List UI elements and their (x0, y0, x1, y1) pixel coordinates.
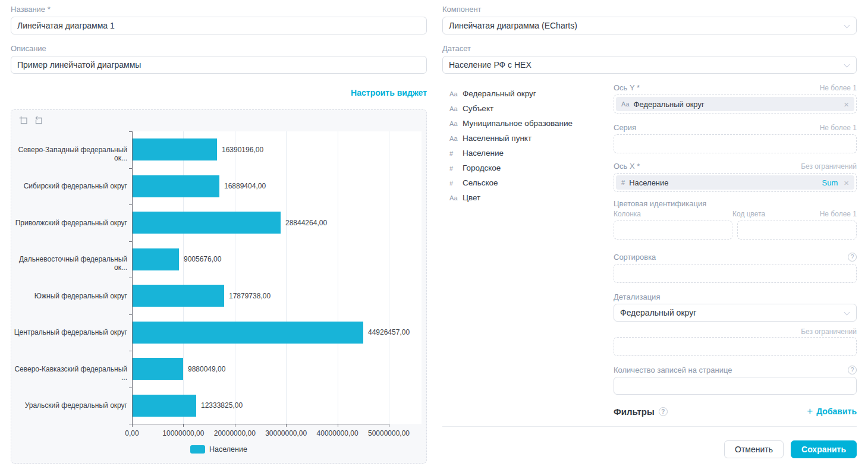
help-icon[interactable]: ? (848, 366, 857, 374)
dataset-select-value: Население РФ с HEX (449, 60, 532, 70)
chart-bar (133, 395, 196, 417)
y-axis-tick (129, 424, 132, 424)
dataset-field-label: Цвет (463, 193, 480, 202)
chart-legend[interactable]: Население (11, 445, 426, 454)
remove-chip-icon[interactable]: × (844, 100, 849, 109)
widget-editor-right-pane: Компонент Линейчатая диаграмма (ECharts)… (442, 5, 857, 417)
axis-x-chip[interactable]: # Население Sum × (616, 175, 854, 190)
chart-value-label: 28844264,00 (285, 219, 327, 227)
sorting-dropzone[interactable] (614, 264, 857, 283)
chart-value-label: 9880049,00 (188, 365, 225, 373)
chevron-down-icon (844, 310, 850, 316)
color-code-dropzone[interactable] (737, 221, 857, 240)
chart-category-label: Южный федеральный округ (11, 292, 127, 300)
component-select[interactable]: Линейчатая диаграмма (ECharts) (442, 17, 857, 34)
drilldown-label: Детализация (614, 292, 857, 301)
dataset-field-label: Федеральный округ (463, 89, 536, 98)
description-input[interactable] (11, 56, 427, 74)
y-axis-tick (129, 241, 132, 242)
chart-category-label: Уральский федеральный округ (11, 401, 127, 410)
y-axis-tick (129, 314, 132, 315)
help-icon[interactable]: ? (848, 253, 857, 262)
chart-category-label: Дальневосточный федеральный ок... (11, 255, 127, 272)
chart-x-tick-label: 30000000,00 (256, 429, 316, 437)
footer-bar: Отменить Сохранить (442, 426, 857, 458)
numeric-field-icon: # (449, 165, 463, 172)
drilldown-select[interactable]: Федеральный округ (614, 304, 857, 322)
y-axis-tick (129, 278, 132, 278)
drilldown-dropzone[interactable] (614, 337, 857, 356)
dataset-select[interactable]: Население РФ с HEX (442, 56, 857, 74)
dataset-field-item[interactable]: АаЦвет (449, 190, 614, 205)
x-axis-tick (389, 424, 389, 427)
color-column-dropzone[interactable] (614, 221, 732, 240)
chart-x-tick-label: 40000000,00 (308, 429, 367, 437)
aggregation-selector[interactable]: Sum (822, 178, 838, 187)
chart-bar (133, 322, 363, 344)
dataset-field-item[interactable]: АаМуниципальное образование (449, 116, 614, 131)
sorting-label: Сортировка (614, 253, 656, 262)
axis-y-dropzone[interactable]: Аа Федеральный округ × (614, 95, 857, 114)
remove-chip-icon[interactable]: × (844, 178, 849, 187)
legend-swatch-icon (190, 445, 205, 454)
dataset-field-label: Городское (463, 163, 501, 172)
name-input[interactable] (11, 17, 427, 34)
chart-value-label: 17879738,00 (229, 292, 271, 300)
string-field-icon: Аа (449, 105, 463, 112)
page-size-input[interactable] (614, 377, 857, 395)
page-size-label: Количество записей на странице (614, 366, 732, 374)
numeric-field-icon: # (449, 150, 463, 157)
string-field-icon: Аа (449, 194, 463, 201)
string-field-icon: Аа (449, 90, 463, 97)
undo-icon[interactable] (18, 115, 28, 127)
component-select-value: Линейчатая диаграмма (ECharts) (449, 21, 577, 30)
gridline (338, 131, 338, 424)
field-type-icon: Аа (621, 100, 630, 108)
axis-x-limit-hint: Без ограничений (801, 162, 857, 171)
configure-widget-link[interactable]: Настроить виджет (11, 88, 427, 97)
y-axis-tick (129, 351, 132, 351)
axis-y-chip[interactable]: Аа Федеральный округ × (616, 97, 854, 111)
chart-value-label: 44926457,00 (368, 328, 410, 336)
color-limit-hint: Не более 1 (820, 210, 857, 218)
help-icon[interactable]: ? (659, 407, 668, 416)
dataset-label: Датасет (442, 44, 857, 53)
description-label: Описание (11, 44, 427, 53)
numeric-field-icon: # (449, 180, 463, 187)
axis-y-chip-label: Федеральный округ (634, 100, 705, 109)
y-axis-tick (129, 388, 132, 388)
drilldown-limit-hint: Без ограничений (614, 328, 857, 336)
add-filter-button[interactable]: + Добавить (807, 405, 857, 417)
dataset-fields-list: АаФедеральный округАаСубъектАаМуниципаль… (442, 82, 614, 417)
color-identification-label: Цветовая идентификация (614, 199, 857, 208)
dataset-field-label: Муниципальное образование (463, 119, 573, 128)
chart-x-tick-label: 0,00 (102, 429, 162, 437)
axis-x-dropzone[interactable]: # Население Sum × (614, 173, 857, 192)
chart-category-label: Северо-Кавказский федеральный ... (11, 365, 127, 382)
dataset-field-item[interactable]: #Сельское (449, 175, 614, 190)
dataset-field-item[interactable]: #Население (449, 146, 614, 160)
chart-bar (133, 285, 224, 307)
chart-bar (133, 138, 217, 160)
chart-value-label: 9005676,00 (184, 255, 221, 263)
redo-icon[interactable] (33, 115, 43, 127)
chart-x-tick-label: 50000000,00 (359, 429, 419, 437)
chart-bar (133, 212, 281, 234)
dataset-field-item[interactable]: АаНаселенный пункт (449, 131, 614, 146)
y-axis-tick (129, 204, 132, 205)
filters-label: Фильтры (614, 407, 655, 417)
drilldown-select-value: Федеральный округ (620, 308, 696, 317)
dataset-field-label: Население (463, 149, 504, 158)
series-dropzone[interactable] (614, 134, 857, 153)
save-button[interactable]: Сохранить (791, 440, 857, 458)
dataset-field-item[interactable]: АаСубъект (449, 101, 614, 116)
axis-y-label: Ось Y * (614, 83, 640, 92)
field-type-icon: # (621, 179, 625, 186)
series-limit-hint: Не более 1 (820, 124, 857, 132)
y-axis-tick (129, 168, 132, 169)
legend-label: Население (209, 445, 247, 454)
plus-icon: + (807, 405, 813, 417)
cancel-button[interactable]: Отменить (724, 440, 784, 458)
dataset-field-item[interactable]: АаФедеральный округ (449, 86, 614, 101)
dataset-field-item[interactable]: #Городское (449, 160, 614, 175)
